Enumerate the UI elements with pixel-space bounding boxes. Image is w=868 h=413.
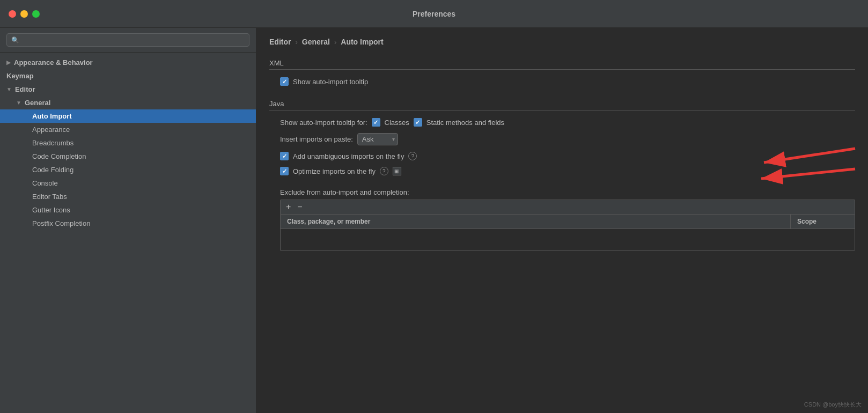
sidebar-item-editor-tabs[interactable]: Editor Tabs: [0, 190, 256, 203]
add-unambiguous-help-icon[interactable]: ?: [408, 152, 417, 160]
breadcrumb-auto-import: Auto Import: [341, 38, 383, 46]
classes-label: Classes: [385, 119, 409, 127]
static-methods-label: Static methods and fields: [426, 119, 504, 127]
show-auto-import-tooltip-xml-label: Show auto-import tooltip: [293, 78, 368, 86]
java-section-header: Java: [269, 100, 855, 110]
watermark: CSDN @boy快快长大: [804, 401, 862, 409]
table-header: Class, package, or member Scope: [281, 215, 855, 229]
classes-checkbox[interactable]: [372, 118, 380, 127]
content-body: XML Show auto-import tooltip Java Show a…: [256, 53, 868, 413]
window-title: Preferences: [413, 10, 455, 18]
sidebar: 🔍 ▶ Appearance & Behavior Keymap ▼ Edito…: [0, 28, 256, 413]
minimize-button[interactable]: [20, 10, 28, 18]
sidebar-nav: ▶ Appearance & Behavior Keymap ▼ Editor …: [0, 53, 256, 413]
add-unambiguous-checkbox[interactable]: [280, 152, 289, 160]
optimize-imports-checkbox[interactable]: [280, 167, 289, 175]
exclude-section: Exclude from auto-import and completion:…: [269, 185, 855, 251]
table-col-scope: Scope: [790, 215, 855, 228]
optimize-imports-inline-icon[interactable]: ▣: [393, 167, 401, 175]
sidebar-item-code-completion[interactable]: Code Completion: [0, 150, 256, 163]
titlebar: Preferences: [0, 0, 868, 28]
insert-imports-row: Insert imports on paste: Ask Always Neve…: [269, 130, 855, 149]
sidebar-item-label: Auto Import: [32, 112, 72, 120]
search-bar: 🔍: [0, 28, 256, 53]
insert-imports-select[interactable]: Ask Always Never: [357, 133, 398, 145]
table-col-class: Class, package, or member: [281, 215, 790, 228]
close-button[interactable]: [9, 10, 16, 18]
chevron-icon: ▶: [6, 60, 11, 65]
sidebar-item-keymap[interactable]: Keymap: [0, 69, 256, 83]
breadcrumb-sep2: ›: [334, 38, 336, 46]
sidebar-item-label: Keymap: [6, 72, 34, 80]
sidebar-item-label: Editor: [15, 85, 35, 93]
sidebar-item-console[interactable]: Console: [0, 176, 256, 190]
exclude-label-row: Exclude from auto-import and completion:: [269, 185, 855, 200]
sidebar-item-label: Code Completion: [32, 152, 86, 160]
exclude-label: Exclude from auto-import and completion:: [280, 188, 409, 196]
sidebar-item-label: Code Folding: [32, 166, 73, 174]
sidebar-item-appearance[interactable]: Appearance: [0, 123, 256, 136]
sidebar-item-label: Console: [32, 179, 58, 187]
table-body: [281, 229, 855, 250]
sidebar-item-gutter-icons[interactable]: Gutter Icons: [0, 203, 256, 217]
search-wrapper[interactable]: 🔍: [6, 33, 249, 47]
insert-imports-label: Insert imports on paste:: [280, 135, 353, 143]
sidebar-item-label: Breadcrumbs: [32, 139, 73, 147]
sidebar-item-label: Editor Tabs: [32, 193, 67, 201]
sidebar-item-editor[interactable]: ▼ Editor: [0, 83, 256, 96]
add-exclude-button[interactable]: +: [284, 202, 293, 212]
sidebar-item-auto-import[interactable]: Auto Import: [0, 109, 256, 123]
exclude-toolbar: + −: [280, 200, 855, 214]
sidebar-item-label: Appearance: [32, 126, 70, 134]
chevron-icon: ▼: [16, 100, 21, 106]
sidebar-item-general[interactable]: ▼ General: [0, 96, 256, 109]
xml-section-header: XML: [269, 59, 855, 70]
remove-exclude-button[interactable]: −: [295, 202, 304, 212]
breadcrumb-general: General: [302, 38, 330, 46]
sidebar-item-appearance-behavior[interactable]: ▶ Appearance & Behavior: [0, 56, 256, 69]
add-unambiguous-label: Add unambiguous imports on the fly: [293, 152, 404, 160]
sidebar-item-code-folding[interactable]: Code Folding: [0, 163, 256, 176]
main-container: 🔍 ▶ Appearance & Behavior Keymap ▼ Edito…: [0, 28, 868, 413]
optimize-imports-label: Optimize imports on the fly: [293, 167, 376, 175]
window-controls: [9, 10, 40, 18]
breadcrumb: Editor › General › Auto Import: [256, 28, 868, 53]
search-input[interactable]: [23, 36, 245, 44]
breadcrumb-sep1: ›: [295, 38, 297, 46]
content-area: Editor › General › Auto Import XML Show …: [256, 28, 868, 413]
sidebar-item-label: General: [25, 99, 50, 107]
maximize-button[interactable]: [32, 10, 40, 18]
optimize-imports-container: Optimize imports on the fly ? ▣: [269, 164, 855, 179]
add-unambiguous-row: Add unambiguous imports on the fly ?: [269, 149, 855, 164]
sidebar-item-label: Gutter Icons: [32, 206, 70, 214]
chevron-icon: ▼: [6, 86, 12, 92]
show-auto-import-tooltip-xml-checkbox[interactable]: [280, 77, 289, 86]
insert-imports-select-wrapper: Ask Always Never ▾: [357, 133, 398, 145]
show-tooltip-label: Show auto-import tooltip for:: [280, 119, 367, 127]
show-tooltip-row: Show auto-import tooltip for: Classes St…: [269, 115, 855, 130]
show-auto-import-tooltip-xml-row: Show auto-import tooltip: [269, 74, 855, 89]
optimize-imports-help-icon[interactable]: ?: [380, 167, 388, 175]
optimize-imports-row: Optimize imports on the fly ? ▣: [269, 164, 855, 179]
sidebar-item-label: Postfix Completion: [32, 219, 90, 227]
sidebar-item-postfix-completion[interactable]: Postfix Completion: [0, 217, 256, 230]
add-unambiguous-container: Add unambiguous imports on the fly ?: [269, 149, 855, 164]
sidebar-item-label: Appearance & Behavior: [14, 58, 93, 67]
breadcrumb-editor: Editor: [269, 38, 291, 46]
sidebar-item-breadcrumbs[interactable]: Breadcrumbs: [0, 136, 256, 150]
static-methods-checkbox[interactable]: [414, 118, 422, 127]
exclude-table: Class, package, or member Scope: [280, 214, 855, 251]
search-icon: 🔍: [11, 36, 19, 44]
